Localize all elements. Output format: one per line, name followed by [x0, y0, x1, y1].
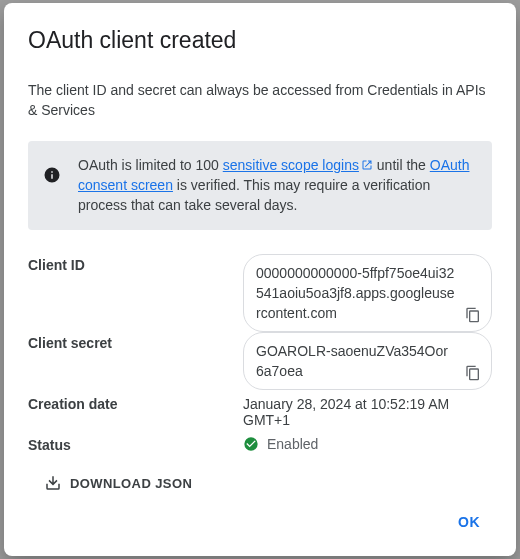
copy-client-id-button[interactable]	[462, 304, 484, 326]
dialog-title: OAuth client created	[28, 25, 492, 56]
client-id-label: Client ID	[28, 254, 243, 273]
info-text-mid: until the	[373, 157, 430, 173]
oauth-created-dialog: OAuth client created The client ID and s…	[4, 3, 516, 556]
status-row: Status Enabled	[28, 428, 492, 456]
copy-icon	[465, 307, 481, 323]
dialog-subtitle: The client ID and secret can always be a…	[28, 80, 492, 121]
copy-icon	[465, 365, 481, 381]
info-banner: OAuth is limited to 100 sensitive scope …	[28, 141, 492, 230]
client-id-value: 0000000000000-5ffpf75oe4ui32541aoiu5oa3j…	[243, 254, 492, 333]
creation-date-row: Creation date January 28, 2024 at 10:52:…	[28, 387, 492, 428]
info-text: OAuth is limited to 100 sensitive scope …	[78, 155, 476, 216]
download-json-label: DOWNLOAD JSON	[70, 476, 192, 491]
creation-date-label: Creation date	[28, 393, 243, 412]
client-secret-label: Client secret	[28, 332, 243, 351]
check-circle-icon	[243, 436, 259, 452]
client-secret-row: Client secret GOAROLR-saoenuZVa354Oor6a7…	[28, 326, 492, 387]
client-id-row: Client ID 0000000000000-5ffpf75oe4ui3254…	[28, 248, 492, 326]
creation-date-value: January 28, 2024 at 10:52:19 AM GMT+1	[243, 393, 492, 428]
copy-client-secret-button[interactable]	[462, 362, 484, 384]
dialog-backdrop: OAuth client created The client ID and s…	[0, 0, 520, 559]
info-icon	[42, 165, 62, 185]
ok-button[interactable]: OK	[446, 506, 492, 538]
status-label: Status	[28, 434, 243, 453]
client-secret-value: GOAROLR-saoenuZVa354Oor6a7oea	[243, 332, 492, 391]
info-text-prefix: OAuth is limited to 100	[78, 157, 223, 173]
dialog-actions: OK	[28, 498, 492, 538]
external-link-icon	[361, 159, 373, 171]
download-json-button[interactable]: DOWNLOAD JSON	[40, 468, 196, 498]
status-value: Enabled	[267, 436, 318, 452]
sensitive-scope-logins-link[interactable]: sensitive scope logins	[223, 157, 373, 173]
download-icon	[44, 474, 62, 492]
